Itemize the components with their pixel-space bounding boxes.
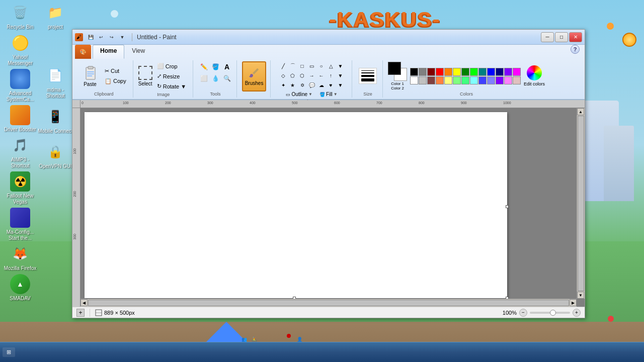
minimize-button[interactable]: ─ — [541, 32, 554, 42]
shape-ellipse[interactable]: ○ — [317, 61, 326, 70]
paint-menu-button[interactable]: 🎨 — [75, 45, 91, 59]
scrollbar-down-btn[interactable]: ▼ — [577, 292, 584, 299]
shape-curve[interactable]: ⌒ — [288, 61, 297, 70]
scrollbar-thumb-v[interactable] — [578, 116, 584, 291]
palette-magenta[interactable] — [513, 68, 521, 76]
scrollbar-thumb-h[interactable] — [88, 300, 569, 306]
size-picker[interactable] — [357, 66, 378, 85]
magnifier-tool[interactable]: 🔍 — [221, 73, 232, 84]
shape-pentagon[interactable]: ⬠ — [288, 71, 297, 80]
shape-more2[interactable]: ▼ — [336, 71, 345, 80]
project-icon[interactable]: 📁 project — [38, 3, 73, 30]
palette-lightblue[interactable] — [478, 76, 487, 84]
edit-colors-button[interactable]: Edit colors — [524, 65, 545, 86]
palette-darkred[interactable] — [427, 68, 435, 76]
palette-purple[interactable] — [504, 68, 512, 76]
zoom-out-button[interactable]: − — [519, 309, 527, 317]
shape-diamond[interactable]: ◇ — [279, 71, 288, 80]
shape-cloud[interactable]: ☁ — [317, 80, 326, 89]
palette-brown[interactable] — [427, 76, 435, 84]
canvas-scroll-area[interactable]: ▲ ▼ ◀ ▶ — [80, 108, 585, 307]
firefox-icon[interactable]: 🦊 Mozilla Firefox — [3, 244, 38, 272]
aimp3-icon[interactable]: 🎵 AIMP3 - Shortcut — [3, 135, 38, 169]
shape-line[interactable]: ╱ — [279, 61, 288, 70]
palette-green[interactable] — [470, 68, 478, 76]
shape-rect[interactable]: □ — [298, 61, 307, 70]
palette-orange[interactable] — [444, 68, 452, 76]
start-button-area[interactable]: ⊞ — [3, 347, 15, 357]
eraser-tool[interactable]: ⬜ — [198, 73, 209, 84]
zoom-in-button[interactable]: + — [573, 309, 581, 317]
fill-tool[interactable]: 🪣 — [210, 61, 221, 72]
palette-darkblue[interactable] — [496, 68, 504, 76]
yahoo-messenger-icon[interactable]: 🟡 Yahoo! Messenger — [3, 33, 38, 66]
color1-swatch[interactable] — [388, 62, 401, 75]
shape-more3[interactable]: ▼ — [336, 80, 345, 89]
shape-triangle[interactable]: △ — [327, 61, 336, 70]
advanced-systemcare-icon[interactable]: Advanced SystemCa... — [3, 69, 38, 103]
shape-up-arrow[interactable]: ↑ — [327, 71, 336, 80]
tab-home[interactable]: Home — [93, 45, 124, 59]
outline-button[interactable]: ▭ Outline ▼ — [284, 90, 314, 98]
paste-button[interactable]: Paste — [79, 63, 101, 89]
shape-speech[interactable]: 💬 — [307, 80, 316, 89]
qat-redo-btn[interactable]: ↪ — [107, 33, 117, 42]
palette-rose[interactable] — [513, 76, 521, 84]
scrollbar-horizontal[interactable]: ◀ ▶ — [80, 299, 577, 307]
palette-yellow[interactable] — [453, 68, 461, 76]
palette-lightorange[interactable] — [436, 76, 444, 84]
qat-save-btn[interactable]: 💾 — [86, 33, 96, 42]
zoom-thumb[interactable] — [550, 310, 556, 316]
mdma-icon[interactable]: 📄 mdma - Shortcut — [38, 65, 73, 99]
shape-star6[interactable]: ✡ — [298, 80, 307, 89]
cut-button[interactable]: ✂ Cut — [102, 66, 129, 76]
driver-booster-icon[interactable]: Driver Booster — [3, 105, 38, 133]
palette-mint[interactable] — [461, 76, 469, 84]
resize-button[interactable]: ⤢ Resize — [154, 71, 189, 81]
palette-red[interactable] — [436, 68, 444, 76]
palette-violet[interactable] — [496, 76, 504, 84]
scrollbar-vertical[interactable]: ▲ ▼ — [577, 108, 585, 299]
palette-pink[interactable] — [504, 76, 512, 84]
crop-button[interactable]: ⬜ Crop — [154, 61, 189, 71]
palette-silver[interactable] — [419, 76, 427, 84]
qat-undo-btn[interactable]: ↩ — [96, 33, 106, 42]
shape-left-arrow[interactable]: ← — [317, 71, 326, 80]
canvas-resize-handle-mr[interactable] — [506, 205, 509, 208]
shape-hexagon[interactable]: ⬡ — [298, 71, 307, 80]
maximize-button[interactable]: □ — [555, 32, 568, 42]
close-button[interactable]: ✕ — [569, 32, 582, 42]
select-button[interactable]: Select — [138, 66, 152, 86]
paint-canvas[interactable] — [85, 112, 507, 298]
palette-cyan[interactable] — [470, 76, 478, 84]
help-button[interactable]: ? — [571, 45, 580, 54]
scrollbar-right-btn[interactable]: ▶ — [570, 299, 577, 306]
add-canvas-button[interactable]: + — [76, 309, 85, 317]
palette-blue[interactable] — [487, 68, 495, 76]
scrollbar-left-btn[interactable]: ◀ — [80, 299, 88, 306]
shape-right-arrow[interactable]: → — [307, 71, 316, 80]
palette-gray[interactable] — [419, 68, 427, 76]
smadav-icon[interactable]: ▲ SMADAV — [3, 274, 38, 302]
palette-lightyellow[interactable] — [444, 76, 452, 84]
mobile-connect-icon[interactable]: 📱 Mobile Connect — [38, 107, 73, 134]
palette-teal[interactable] — [478, 68, 487, 76]
scrollbar-up-btn[interactable]: ▲ — [577, 108, 584, 115]
palette-white[interactable] — [410, 76, 418, 84]
shape-heart[interactable]: ♥ — [327, 80, 336, 89]
tab-view[interactable]: View — [124, 45, 152, 59]
qat-dropdown-btn[interactable]: ▼ — [117, 33, 127, 42]
recycle-bin-icon[interactable]: 🗑️ Recycle Bin — [3, 3, 38, 30]
pencil-tool[interactable]: ✏️ — [198, 61, 209, 72]
fill-button[interactable]: 🪣 Fill ▼ — [318, 90, 339, 98]
color-picker-tool[interactable]: 💧 — [210, 73, 221, 84]
shape-star5[interactable]: ★ — [288, 80, 297, 89]
palette-lightgreen[interactable] — [453, 76, 461, 84]
shape-star4[interactable]: ✦ — [279, 80, 288, 89]
text-tool[interactable]: A — [221, 61, 232, 72]
brushes-button[interactable]: Brushes — [242, 61, 266, 92]
rotate-button[interactable]: ↻ Rotate ▼ — [154, 81, 189, 91]
palette-black[interactable] — [410, 68, 418, 76]
copy-button[interactable]: 📋 Copy — [102, 76, 129, 86]
shape-more[interactable]: ▼ — [336, 61, 345, 70]
